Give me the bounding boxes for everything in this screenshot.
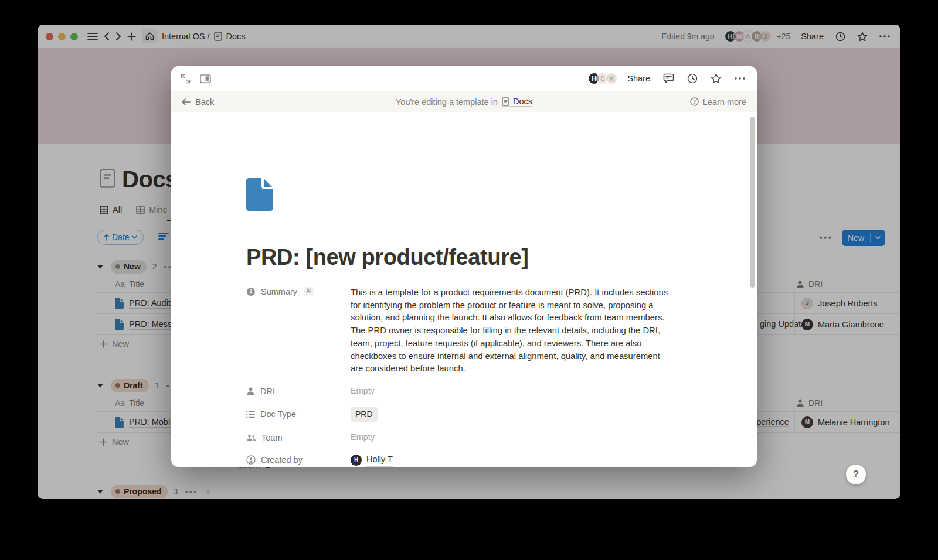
modal-collaborator-avatars[interactable]: H C K [587,72,618,85]
avatar: H [351,455,362,466]
new-tab-icon[interactable] [127,32,136,41]
more-options-icon[interactable] [735,77,745,80]
team-value[interactable]: Empty [351,431,670,444]
group-status-pill[interactable]: Proposed [111,485,168,498]
view-more-icon[interactable]: ••• [819,233,832,243]
title-column-type-icon: Aa [115,279,125,289]
title-column-header[interactable]: Title [129,398,144,408]
nav-forward-icon[interactable] [115,32,121,41]
more-options-icon[interactable] [879,35,890,37]
minimize-window-button[interactable] [58,33,66,40]
doc-type-tag[interactable]: PRD [351,407,378,422]
page-doc-icon[interactable] [246,178,273,211]
learn-more-link[interactable]: ? Learn more [690,97,746,107]
top-chrome-bar: Internal OS / Docs Edited 9m ago H M A R… [38,25,900,48]
template-banner: Back You're editing a template in Docs ?… [171,91,757,112]
group-more-icon[interactable]: ••• [185,487,198,497]
group-count: 1 [155,381,159,390]
new-entry-dropdown-icon[interactable] [871,236,885,240]
side-peek-icon[interactable] [200,74,211,83]
summary-text[interactable]: This is a template for a product require… [351,286,670,375]
group-proposed: Proposed 3 ••• + [97,484,900,499]
share-button[interactable]: Share [801,32,824,41]
home-icon[interactable] [142,29,157,43]
people-icon [246,434,256,442]
expand-icon[interactable] [181,74,191,84]
list-icon [246,411,255,418]
breadcrumb-page[interactable]: Docs [226,32,245,41]
created-by-value[interactable]: Holly T [366,453,393,467]
avatar-overflow-count[interactable]: +25 [777,32,791,41]
sort-date-chip[interactable]: Date [97,230,144,245]
group-count: 2 [152,262,157,271]
banner-doc-link[interactable]: Docs [502,97,532,107]
property-summary[interactable]: Summary AI This is a template for a prod… [246,284,710,378]
title-column-header[interactable]: Title [129,279,144,289]
screenshot-stage: Internal OS / Docs Edited 9m ago H M A R… [0,0,938,560]
group-add-icon[interactable]: + [205,486,211,497]
group-status-pill[interactable]: New [111,260,147,274]
dri-column-header[interactable]: DRI [796,279,823,289]
property-team[interactable]: Team Empty [246,428,710,447]
docs-page-icon[interactable] [100,169,115,190]
property-doc-type[interactable]: Doc Type PRD [246,404,710,425]
template-doc-content: PRD: [new product/feature] Summary AI Th… [171,112,757,467]
group-collapse-icon[interactable] [97,490,103,494]
favorite-star-icon[interactable] [711,73,722,84]
help-button[interactable]: ? [846,465,866,484]
history-clock-icon[interactable] [687,73,698,84]
doc-icon [115,298,124,309]
page-title: Docs [122,166,178,193]
dri-cell[interactable]: J Joseph Roberts [794,293,900,313]
doc-icon [115,417,124,428]
row-title[interactable]: PRD: Audit [129,298,171,309]
favorite-star-icon[interactable] [857,32,868,42]
tab-all[interactable]: All [100,205,122,214]
collaborator-avatars[interactable]: H M A R J [724,30,772,43]
property-created-by[interactable]: Created by H Holly T [246,450,710,467]
sidebar-toggle-icon[interactable] [87,32,98,40]
view-controls: Date [97,230,169,245]
history-clock-icon[interactable] [835,32,845,42]
person-icon [246,387,255,395]
comments-icon[interactable] [663,73,674,84]
group-collapse-icon[interactable] [97,265,103,269]
modal-toolbar: H C K Share [171,66,757,91]
banner-message: You're editing a template in Docs [171,97,757,107]
template-title[interactable]: PRD: [new product/feature] [246,244,710,271]
tab-mine[interactable]: Mine [136,205,167,214]
group-collapse-icon[interactable] [97,384,103,388]
dri-value[interactable]: Empty [351,385,670,398]
row-title[interactable]: PRD: Messa [129,319,176,330]
breadcrumb-workspace[interactable]: Internal OS / [162,32,209,41]
avatar: K [605,72,618,85]
doc-icon [115,319,124,330]
info-icon [246,287,256,296]
avatar: M [801,319,813,330]
view-controls-right: ••• New [819,230,885,246]
new-entry-button[interactable]: New [842,230,885,246]
group-count: 3 [174,487,178,496]
zoom-window-button[interactable] [70,33,78,40]
close-window-button[interactable] [46,33,53,40]
view-tabs: All Mine [100,205,168,214]
back-button[interactable]: Back [182,97,214,107]
filter-list-icon[interactable] [158,232,169,243]
ai-badge: AI [304,287,314,295]
row-title[interactable]: PRD: Mobil [129,417,172,428]
avatar: M [801,416,813,428]
dri-cell[interactable]: M Marta Giambrone [794,314,900,334]
dri-cell[interactable]: M Melanie Harrington [794,412,900,432]
person-circle-icon [246,455,256,465]
nav-back-icon[interactable] [104,32,110,41]
modal-share-button[interactable]: Share [627,74,650,83]
modal-scrollbar[interactable] [750,117,755,288]
avatar: J [759,30,772,43]
window-controls [46,33,78,40]
svg-text:?: ? [693,99,696,105]
group-status-pill[interactable]: Draft [111,379,149,392]
edited-timestamp: Edited 9m ago [661,32,714,41]
property-dri[interactable]: DRI Empty [246,382,710,401]
dri-column-header[interactable]: DRI [796,398,823,408]
row-hidden-cell-fragment[interactable]: xperience [752,417,789,427]
